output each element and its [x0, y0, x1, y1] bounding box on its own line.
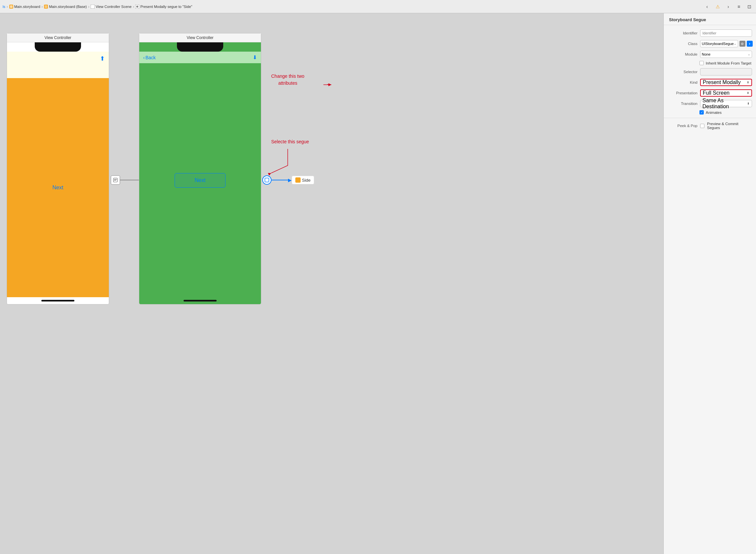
vc-center-body: Next	[139, 63, 261, 297]
kind-label: Kind	[668, 80, 697, 85]
selector-input[interactable]	[700, 68, 752, 75]
phone-notch-center	[177, 42, 223, 52]
svg-rect-11	[296, 178, 300, 182]
inspector-row-selector: Selector	[664, 66, 756, 77]
class-select[interactable]: UIStoryboardSegue ⌄	[700, 40, 738, 47]
svg-rect-8	[114, 179, 117, 180]
class-label: Class	[668, 42, 697, 46]
toolbar-icons: ‹ ⚠ › ≡ ⊡	[703, 3, 753, 11]
kind-select[interactable]: Present Modally ⬍	[700, 79, 752, 86]
animates-label: Animates	[706, 111, 721, 114]
menu-icon[interactable]: ≡	[735, 3, 743, 11]
vc-center-title: View Controller	[139, 34, 261, 42]
arrow-box-icon	[111, 175, 120, 185]
identifier-label: Identifier	[668, 31, 697, 35]
inspector-title: Storyboard Segue	[664, 13, 756, 25]
class-add-btn[interactable]: ›	[747, 41, 753, 47]
transition-select[interactable]: Same As Destination ⬍	[700, 100, 752, 107]
breadcrumb-scene[interactable]: View Controller Scene	[96, 5, 132, 9]
breadcrumb-storyboard-base[interactable]: Main.storyboard (Base)	[49, 5, 87, 9]
segue-line	[271, 180, 288, 180]
annotation-select: Selecte this segue	[271, 139, 309, 144]
phone-notch-left	[35, 42, 81, 52]
breadcrumb-segue[interactable]: Present Modally segue to "Side"	[140, 5, 192, 9]
transition-label: Transition	[668, 102, 697, 106]
presentation-value: Full Screen	[703, 90, 730, 96]
transition-value: Same As Destination	[702, 98, 747, 110]
breadcrumb: ls › Main.storyboard › Main.storyboard (…	[3, 5, 192, 9]
svg-rect-10	[265, 178, 269, 182]
back-button[interactable]: ‹	[703, 3, 711, 11]
inspector-row-class: Class UIStoryboardSegue ⌄ ⚙ ›	[664, 38, 756, 49]
module-select[interactable]: None ⌄	[700, 51, 752, 58]
main-area: View Controller ⬆ Next ▶ View Controll	[0, 13, 756, 554]
segue-icon	[135, 5, 139, 9]
storyboard-icon	[9, 5, 13, 9]
presentation-arrow: ⬍	[747, 91, 749, 95]
svg-rect-3	[45, 5, 47, 8]
inherit-module-row: Inherit Module From Target	[664, 60, 756, 66]
selector-label: Selector	[668, 70, 697, 74]
svg-point-6	[136, 6, 138, 8]
svg-rect-4	[90, 5, 94, 9]
breadcrumb-storyboard[interactable]: Main.storyboard	[14, 5, 40, 9]
side-icon	[295, 177, 301, 183]
side-badge: Side	[292, 176, 314, 184]
side-label: Side	[302, 178, 311, 183]
transition-arrow: ⬍	[747, 102, 750, 105]
warning-icon[interactable]: ⚠	[714, 3, 721, 11]
segue-arrow: ▶	[288, 177, 292, 183]
share-icon: ⬆	[100, 55, 105, 62]
vc-panel-center: View Controller ‹ Back ⬇ Next	[139, 33, 261, 304]
inspector-panel: Storyboard Segue Identifier Class UIStor…	[664, 13, 756, 554]
inspector-body: Identifier Class UIStoryboardSegue ⌄ ⚙ ›…	[664, 25, 756, 554]
storyboard-base-icon	[44, 5, 48, 9]
vc-left-top: ⬆	[7, 52, 109, 78]
next-button[interactable]: Next	[175, 173, 226, 188]
toolbar: ls › Main.storyboard › Main.storyboard (…	[0, 0, 756, 13]
vc-center-content: ‹ Back ⬇ Next	[139, 42, 261, 304]
phone-home-indicator-center	[184, 300, 216, 301]
kind-arrow: ⬍	[747, 81, 749, 84]
class-value: UIStoryboardSegue	[702, 42, 734, 46]
peek-label: Peek & Pop	[668, 124, 697, 128]
identifier-input[interactable]	[700, 30, 752, 37]
nav-bar: ‹ Back ⬇	[139, 52, 261, 63]
inspector-row-module: Module None ⌄	[664, 49, 756, 60]
inspector-row-transition: Transition Same As Destination ⬍	[664, 98, 756, 109]
breadcrumb-item-ls[interactable]: ls	[3, 5, 5, 9]
section-divider	[664, 118, 756, 118]
vc-left-content: ⬆ Next	[7, 42, 109, 304]
vc-left-body: Next	[7, 78, 109, 297]
animates-row: ✓ Animates	[664, 109, 756, 116]
svg-rect-9	[114, 180, 116, 181]
segue-connector: ▶ Side	[262, 175, 314, 185]
module-label: Module	[668, 52, 697, 56]
peek-value: Preview & Commit Segues	[707, 122, 752, 130]
inherit-module-checkbox[interactable]	[699, 61, 704, 65]
inherit-module-label: Inherit Module From Target	[706, 61, 751, 65]
segue-circle[interactable]	[262, 175, 271, 185]
inspector-row-presentation: Presentation Full Screen ⬍	[664, 88, 756, 98]
arrow-line-left	[120, 180, 140, 180]
inspector-row-kind: Kind Present Modally ⬍	[664, 77, 756, 88]
presentation-select[interactable]: Full Screen ⬍	[700, 89, 752, 97]
next-label: Next	[53, 185, 63, 190]
presentation-label: Presentation	[668, 91, 697, 95]
inspector-row-identifier: Identifier	[664, 28, 756, 38]
peek-checkbox[interactable]	[700, 124, 704, 128]
vc-panel-left: View Controller ⬆ Next	[7, 33, 109, 304]
back-label: Back	[145, 55, 156, 60]
forward-button[interactable]: ›	[724, 3, 732, 11]
kind-value: Present Modally	[703, 79, 741, 86]
vc-left-title: View Controller	[7, 34, 109, 42]
canvas-area: View Controller ⬆ Next ▶ View Controll	[0, 13, 664, 554]
square-icon[interactable]: ⊡	[745, 3, 753, 11]
phone-home-indicator-left	[41, 300, 74, 301]
chevron-left-icon: ‹	[143, 55, 145, 60]
peek-pop-row: Peek & Pop Preview & Commit Segues	[664, 120, 756, 131]
back-btn: ‹ Back	[143, 55, 156, 60]
animates-checkbox[interactable]: ✓	[699, 110, 704, 114]
svg-rect-1	[10, 5, 13, 8]
class-settings-btn[interactable]: ⚙	[740, 41, 745, 47]
